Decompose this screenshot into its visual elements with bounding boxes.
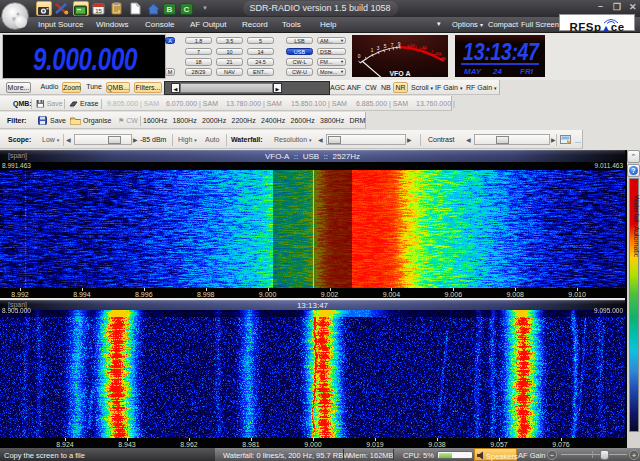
svg-text:7: 7 xyxy=(391,43,394,48)
svg-text:+60: +60 xyxy=(433,51,441,56)
svg-text:3: 3 xyxy=(377,46,380,51)
svg-text:0: 0 xyxy=(358,54,361,59)
svg-text:+20: +20 xyxy=(407,43,415,48)
svg-text:VFO A: VFO A xyxy=(389,70,410,77)
svg-text:15: 15 xyxy=(95,8,102,14)
svg-text:C: C xyxy=(184,5,190,14)
svg-text:5: 5 xyxy=(384,44,387,49)
svg-text:1: 1 xyxy=(371,48,374,53)
svg-text:B: B xyxy=(167,5,173,14)
svg-text:+40: +40 xyxy=(419,45,427,50)
svg-text:9: 9 xyxy=(398,42,401,47)
svg-text:dB: dB xyxy=(440,56,445,61)
